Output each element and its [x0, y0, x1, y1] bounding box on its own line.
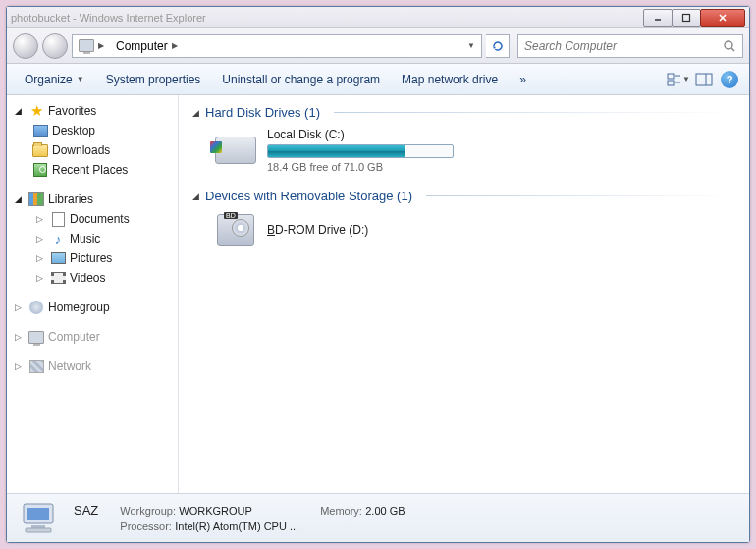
chevron-right-icon: ▶ [172, 41, 178, 50]
chevron-down-icon: ▼ [77, 75, 84, 83]
back-button[interactable] [13, 33, 38, 59]
sidebar-item-homegroup[interactable]: ▷Homegroup [7, 298, 178, 317]
search-icon [723, 39, 736, 53]
address-history-dropdown[interactable]: ▼ [461, 35, 481, 57]
navigation-pane[interactable]: ◢ ★ Favorites Desktop Downloads Recent P… [7, 95, 179, 493]
expand-icon[interactable]: ▷ [15, 302, 25, 312]
content-pane[interactable]: ◢ Hard Disk Drives (1) Local Disk (C:) 1… [179, 95, 749, 493]
sidebar-item-videos[interactable]: ▷Videos [7, 268, 178, 288]
details-pane: SAZ Workgroup: WORKGROUP Memory: 2.00 GB… [7, 493, 749, 542]
maximize-button[interactable] [672, 9, 701, 27]
titlebar[interactable]: photobucket - Windows Internet Explorer [7, 7, 749, 28]
refresh-button[interactable] [486, 34, 510, 58]
view-options-button[interactable]: ▼ [667, 68, 690, 91]
disk-usage-bar [267, 144, 454, 158]
sidebar-item-recent-places[interactable]: Recent Places [7, 160, 178, 180]
collapse-icon[interactable]: ◢ [192, 108, 199, 118]
svg-rect-15 [26, 528, 51, 532]
refresh-icon [491, 39, 505, 53]
minimize-button[interactable] [643, 9, 673, 27]
drive-label: Local Disk (C:) [267, 128, 454, 141]
svg-rect-10 [696, 74, 712, 85]
star-icon: ★ [28, 103, 44, 119]
search-input[interactable] [524, 39, 723, 53]
bd-rom-icon [214, 211, 257, 248]
svg-point-4 [725, 41, 732, 49]
chevron-right-icon: ▶ [98, 41, 104, 50]
preview-pane-button[interactable] [692, 68, 716, 91]
folder-icon [32, 142, 48, 158]
expand-icon[interactable]: ▷ [36, 234, 46, 244]
address-root[interactable]: ▶ [73, 35, 110, 57]
pictures-icon [50, 250, 66, 266]
network-icon [28, 358, 44, 374]
collapse-icon[interactable]: ◢ [15, 106, 25, 116]
help-button[interactable]: ? [718, 68, 741, 91]
command-bar: Organize ▼ System properties Uninstall o… [7, 64, 749, 95]
collapse-icon[interactable]: ◢ [192, 192, 199, 201]
svg-rect-13 [27, 508, 49, 520]
address-bar[interactable]: ▶ Computer ▶ ▼ [72, 34, 482, 58]
svg-rect-6 [668, 74, 674, 79]
sidebar-item-music[interactable]: ▷♪Music [7, 229, 178, 248]
svg-line-5 [731, 48, 734, 51]
svg-rect-1 [683, 14, 690, 21]
svg-rect-7 [668, 81, 674, 85]
group-header-removable[interactable]: ◢ Devices with Removable Storage (1) [192, 189, 735, 203]
computer-large-icon [17, 499, 64, 538]
window-title: photobucket - Windows Internet Explorer [11, 12, 644, 24]
sidebar-item-documents[interactable]: ▷Documents [7, 209, 178, 229]
uninstall-program-button[interactable]: Uninstall or change a program [212, 69, 390, 90]
drive-item-local-disk[interactable]: Local Disk (C:) 18.4 GB free of 71.0 GB [214, 128, 735, 173]
videos-icon [50, 270, 66, 286]
search-box[interactable] [517, 34, 743, 58]
sidebar-item-desktop[interactable]: Desktop [7, 121, 178, 140]
drive-label: BD-ROM Drive (D:) [267, 223, 368, 237]
sidebar-item-computer[interactable]: ▷Computer [7, 327, 178, 347]
sidebar-item-network[interactable]: ▷Network [7, 357, 178, 376]
collapse-icon[interactable]: ◢ [15, 194, 25, 204]
expand-icon[interactable]: ▷ [36, 273, 46, 283]
sidebar-item-favorites[interactable]: ◢ ★ Favorites [7, 101, 178, 121]
sidebar-item-downloads[interactable]: Downloads [7, 140, 178, 160]
expand-icon[interactable]: ▷ [15, 332, 25, 342]
explorer-window: photobucket - Windows Internet Explorer … [6, 6, 750, 543]
expand-icon[interactable]: ▷ [15, 361, 25, 371]
music-icon: ♪ [50, 231, 66, 247]
group-header-hdd[interactable]: ◢ Hard Disk Drives (1) [192, 105, 735, 120]
help-icon: ? [721, 71, 738, 88]
system-properties-button[interactable]: System properties [96, 69, 211, 90]
chevron-down-icon: ▼ [682, 75, 690, 83]
navigation-bar: ▶ Computer ▶ ▼ [7, 28, 749, 64]
desktop-icon [32, 123, 48, 138]
forward-button[interactable] [42, 33, 68, 59]
address-segment-computer[interactable]: Computer ▶ [110, 35, 184, 57]
address-segment-label: Computer [116, 39, 168, 53]
map-network-drive-button[interactable]: Map network drive [392, 69, 508, 90]
recent-places-icon [32, 162, 48, 178]
sidebar-item-pictures[interactable]: ▷Pictures [7, 248, 178, 268]
drive-item-bdrom[interactable]: BD-ROM Drive (D:) [214, 211, 735, 248]
expand-icon[interactable]: ▷ [36, 214, 46, 224]
close-button[interactable] [700, 9, 745, 27]
hard-disk-icon [214, 132, 257, 169]
libraries-icon [28, 192, 44, 207]
computer-icon [79, 38, 94, 54]
homegroup-icon [28, 300, 44, 315]
computer-name: SAZ [74, 503, 98, 518]
toolbar-overflow[interactable]: » [510, 69, 536, 90]
computer-icon [28, 329, 44, 345]
organize-button[interactable]: Organize ▼ [15, 69, 94, 90]
sidebar-item-libraries[interactable]: ◢ Libraries [7, 190, 178, 209]
expand-icon[interactable]: ▷ [36, 253, 46, 263]
documents-icon [50, 211, 66, 227]
drive-free-text: 18.4 GB free of 71.0 GB [267, 161, 454, 173]
chevron-down-icon: ▼ [467, 41, 475, 50]
